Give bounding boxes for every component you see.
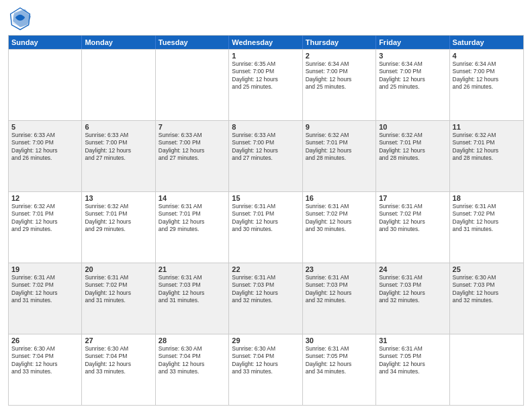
day-info: Sunrise: 6:31 AM Sunset: 7:02 PM Dayligh… [85, 274, 152, 305]
day-number: 6 [85, 123, 152, 131]
day-number: 24 [379, 265, 446, 273]
day-info: Sunrise: 6:31 AM Sunset: 7:05 PM Dayligh… [379, 345, 446, 376]
calendar-row-2: 5Sunrise: 6:33 AM Sunset: 7:00 PM Daylig… [9, 120, 523, 191]
cal-cell-24: 24Sunrise: 6:31 AM Sunset: 7:03 PM Dayli… [376, 263, 449, 334]
day-info: Sunrise: 6:31 AM Sunset: 7:03 PM Dayligh… [159, 274, 226, 305]
cal-cell-13: 13Sunrise: 6:32 AM Sunset: 7:01 PM Dayli… [82, 192, 155, 263]
day-info: Sunrise: 6:32 AM Sunset: 7:01 PM Dayligh… [11, 203, 79, 234]
day-info: Sunrise: 6:30 AM Sunset: 7:04 PM Dayligh… [85, 345, 152, 376]
cal-cell-9: 9Sunrise: 6:32 AM Sunset: 7:01 PM Daylig… [303, 121, 376, 191]
cal-cell-21: 21Sunrise: 6:31 AM Sunset: 7:03 PM Dayli… [156, 263, 229, 334]
day-number: 13 [85, 194, 152, 202]
day-info: Sunrise: 6:32 AM Sunset: 7:01 PM Dayligh… [85, 203, 152, 234]
day-number: 2 [306, 52, 373, 60]
day-info: Sunrise: 6:30 AM Sunset: 7:03 PM Dayligh… [453, 274, 521, 305]
day-info: Sunrise: 6:32 AM Sunset: 7:01 PM Dayligh… [379, 132, 446, 163]
cal-cell-15: 15Sunrise: 6:31 AM Sunset: 7:01 PM Dayli… [229, 192, 302, 263]
cal-cell-22: 22Sunrise: 6:31 AM Sunset: 7:03 PM Dayli… [229, 263, 302, 334]
cal-cell-25: 25Sunrise: 6:30 AM Sunset: 7:03 PM Dayli… [450, 263, 523, 334]
day-info: Sunrise: 6:31 AM Sunset: 7:02 PM Dayligh… [306, 203, 373, 234]
cal-cell-8: 8Sunrise: 6:33 AM Sunset: 7:00 PM Daylig… [229, 121, 302, 191]
day-number: 3 [379, 52, 446, 60]
cal-cell-11: 11Sunrise: 6:32 AM Sunset: 7:01 PM Dayli… [450, 121, 523, 191]
calendar-row-5: 26Sunrise: 6:30 AM Sunset: 7:04 PM Dayli… [9, 334, 523, 405]
cal-cell-5: 5Sunrise: 6:33 AM Sunset: 7:00 PM Daylig… [9, 121, 82, 191]
day-header-sunday: Sunday [9, 36, 82, 49]
day-number: 30 [306, 336, 373, 345]
calendar-row-1: 1Sunrise: 6:35 AM Sunset: 7:00 PM Daylig… [9, 49, 523, 120]
cal-cell-7: 7Sunrise: 6:33 AM Sunset: 7:00 PM Daylig… [156, 121, 229, 191]
day-info: Sunrise: 6:31 AM Sunset: 7:03 PM Dayligh… [379, 274, 446, 305]
header [8, 7, 524, 31]
cal-cell-16: 16Sunrise: 6:31 AM Sunset: 7:02 PM Dayli… [303, 192, 376, 263]
day-info: Sunrise: 6:32 AM Sunset: 7:01 PM Dayligh… [306, 132, 373, 163]
day-info: Sunrise: 6:31 AM Sunset: 7:05 PM Dayligh… [306, 345, 373, 376]
cal-cell-17: 17Sunrise: 6:31 AM Sunset: 7:02 PM Dayli… [376, 192, 449, 263]
day-number: 31 [379, 336, 446, 345]
logo [8, 7, 35, 31]
day-number: 17 [379, 194, 446, 202]
cal-cell-3: 3Sunrise: 6:34 AM Sunset: 7:00 PM Daylig… [376, 50, 449, 120]
day-number: 14 [159, 194, 226, 202]
day-number: 23 [306, 265, 373, 273]
day-number: 11 [453, 123, 521, 131]
cal-cell-2: 2Sunrise: 6:34 AM Sunset: 7:00 PM Daylig… [303, 50, 376, 120]
cal-cell-12: 12Sunrise: 6:32 AM Sunset: 7:01 PM Dayli… [9, 192, 82, 263]
day-info: Sunrise: 6:30 AM Sunset: 7:04 PM Dayligh… [11, 345, 79, 376]
logo-icon [8, 7, 32, 31]
day-number: 19 [11, 265, 79, 273]
day-header-saturday: Saturday [450, 36, 523, 49]
day-number: 8 [232, 123, 299, 131]
day-info: Sunrise: 6:31 AM Sunset: 7:03 PM Dayligh… [232, 274, 299, 305]
day-info: Sunrise: 6:31 AM Sunset: 7:02 PM Dayligh… [11, 274, 79, 305]
day-number: 20 [85, 265, 152, 273]
day-info: Sunrise: 6:33 AM Sunset: 7:00 PM Dayligh… [159, 132, 226, 163]
cal-cell-1: 1Sunrise: 6:35 AM Sunset: 7:00 PM Daylig… [229, 50, 302, 120]
day-number: 5 [11, 123, 79, 131]
cal-cell-28: 28Sunrise: 6:30 AM Sunset: 7:04 PM Dayli… [156, 334, 229, 405]
cal-cell-18: 18Sunrise: 6:31 AM Sunset: 7:02 PM Dayli… [450, 192, 523, 263]
day-info: Sunrise: 6:35 AM Sunset: 7:00 PM Dayligh… [232, 60, 299, 91]
day-number: 21 [159, 265, 226, 273]
calendar-header: SundayMondayTuesdayWednesdayThursdayFrid… [9, 36, 523, 49]
day-number: 7 [159, 123, 226, 131]
day-number: 16 [306, 194, 373, 202]
day-info: Sunrise: 6:31 AM Sunset: 7:01 PM Dayligh… [232, 203, 299, 234]
day-info: Sunrise: 6:31 AM Sunset: 7:03 PM Dayligh… [306, 274, 373, 305]
day-header-monday: Monday [82, 36, 155, 49]
day-number: 25 [453, 265, 521, 273]
day-header-wednesday: Wednesday [229, 36, 302, 49]
day-number: 4 [453, 52, 521, 60]
cal-cell-empty-0-0 [9, 50, 82, 120]
day-info: Sunrise: 6:32 AM Sunset: 7:01 PM Dayligh… [453, 132, 521, 163]
day-number: 29 [232, 336, 299, 345]
day-info: Sunrise: 6:33 AM Sunset: 7:00 PM Dayligh… [232, 132, 299, 163]
cal-cell-31: 31Sunrise: 6:31 AM Sunset: 7:05 PM Dayli… [376, 334, 449, 405]
day-number: 1 [232, 52, 299, 60]
cal-cell-6: 6Sunrise: 6:33 AM Sunset: 7:00 PM Daylig… [82, 121, 155, 191]
day-header-thursday: Thursday [303, 36, 376, 49]
calendar: SundayMondayTuesdayWednesdayThursdayFrid… [8, 35, 524, 406]
cal-cell-4: 4Sunrise: 6:34 AM Sunset: 7:00 PM Daylig… [450, 50, 523, 120]
day-info: Sunrise: 6:34 AM Sunset: 7:00 PM Dayligh… [306, 60, 373, 91]
cal-cell-30: 30Sunrise: 6:31 AM Sunset: 7:05 PM Dayli… [303, 334, 376, 405]
day-number: 27 [85, 336, 152, 345]
day-number: 26 [11, 336, 79, 345]
day-header-friday: Friday [376, 36, 449, 49]
day-info: Sunrise: 6:33 AM Sunset: 7:00 PM Dayligh… [11, 132, 79, 163]
day-info: Sunrise: 6:30 AM Sunset: 7:04 PM Dayligh… [232, 345, 299, 376]
cal-cell-empty-4-6 [450, 334, 523, 405]
calendar-row-3: 12Sunrise: 6:32 AM Sunset: 7:01 PM Dayli… [9, 191, 523, 263]
day-number: 22 [232, 265, 299, 273]
day-info: Sunrise: 6:31 AM Sunset: 7:02 PM Dayligh… [453, 203, 521, 234]
cal-cell-29: 29Sunrise: 6:30 AM Sunset: 7:04 PM Dayli… [229, 334, 302, 405]
day-number: 9 [306, 123, 373, 131]
day-number: 28 [159, 336, 226, 345]
day-info: Sunrise: 6:30 AM Sunset: 7:04 PM Dayligh… [159, 345, 226, 376]
cal-cell-empty-0-2 [156, 50, 229, 120]
day-info: Sunrise: 6:31 AM Sunset: 7:01 PM Dayligh… [159, 203, 226, 234]
day-info: Sunrise: 6:33 AM Sunset: 7:00 PM Dayligh… [85, 132, 152, 163]
day-number: 10 [379, 123, 446, 131]
calendar-row-4: 19Sunrise: 6:31 AM Sunset: 7:02 PM Dayli… [9, 263, 523, 334]
cal-cell-26: 26Sunrise: 6:30 AM Sunset: 7:04 PM Dayli… [9, 334, 82, 405]
